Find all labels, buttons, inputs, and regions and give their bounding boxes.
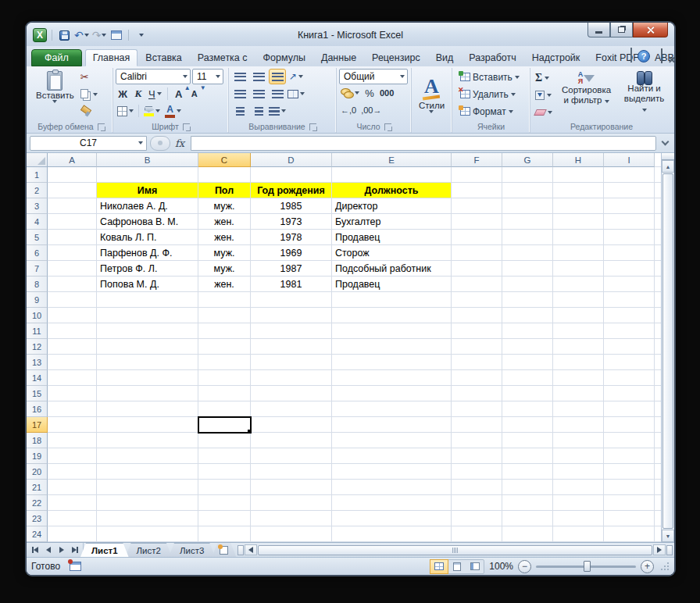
cell-C4[interactable]: жен.	[198, 214, 251, 230]
cell-G11[interactable]	[502, 323, 553, 339]
cell-E6[interactable]: Сторож	[332, 245, 452, 261]
cell-A13[interactable]	[48, 355, 97, 370]
column-header-A[interactable]: A	[48, 153, 97, 167]
tab-page-layout[interactable]: Разметка с	[190, 49, 255, 66]
cell-D20[interactable]	[251, 464, 332, 480]
cell-C6[interactable]: муж.	[198, 245, 251, 261]
row-header-18[interactable]: 18	[27, 433, 48, 448]
horizontal-scrollbar[interactable]	[236, 543, 674, 557]
cell-E8[interactable]: Продавец	[332, 277, 452, 292]
format-painter-button[interactable]	[78, 103, 100, 120]
cell-I21[interactable]	[604, 480, 655, 495]
cell-G1[interactable]	[502, 167, 553, 183]
minimize-button[interactable]	[588, 23, 610, 37]
row-header-15[interactable]: 15	[27, 386, 48, 401]
cell-C14[interactable]	[198, 370, 251, 386]
cell-D12[interactable]	[251, 339, 332, 355]
cell-C22[interactable]	[198, 495, 251, 511]
cell-F24[interactable]	[452, 526, 502, 542]
cell-I23[interactable]	[604, 511, 655, 526]
cell-D8[interactable]: 1981	[251, 277, 332, 292]
close-button[interactable]	[633, 23, 668, 37]
cell-F14[interactable]	[452, 370, 502, 386]
row-header-19[interactable]: 19	[27, 448, 48, 464]
row-header-10[interactable]: 10	[27, 308, 48, 323]
redo-button[interactable]: ↷	[92, 27, 107, 43]
row-header-5[interactable]: 5	[27, 230, 48, 245]
cell-H12[interactable]	[553, 339, 604, 355]
cell-B9[interactable]	[97, 292, 198, 308]
cell-D19[interactable]	[251, 448, 332, 464]
cell-A7[interactable]	[48, 261, 97, 277]
cell-B20[interactable]	[97, 464, 198, 480]
first-sheet-button[interactable]	[29, 544, 41, 555]
cell-I20[interactable]	[604, 464, 655, 480]
cell-I8[interactable]	[604, 277, 655, 292]
horizontal-scroll-thumb[interactable]	[258, 545, 652, 555]
cell-I22[interactable]	[604, 495, 655, 511]
cell-A20[interactable]	[48, 464, 97, 480]
cell-H9[interactable]	[553, 292, 604, 308]
format-cells-button[interactable]: Формат	[458, 103, 527, 120]
cell-C19[interactable]	[198, 448, 251, 464]
column-header-C[interactable]: C	[198, 153, 251, 167]
row-header-6[interactable]: 6	[27, 245, 48, 261]
cell-B2[interactable]: Имя	[97, 183, 198, 198]
cell-F21[interactable]	[452, 480, 502, 495]
cell-G6[interactable]	[502, 245, 553, 261]
orientation-button[interactable]: ↗	[288, 69, 305, 84]
shrink-font-button[interactable]: А▼	[188, 86, 202, 102]
cell-H21[interactable]	[553, 480, 604, 495]
sort-filter-button[interactable]: АЯ Сортировка и фильтр	[558, 69, 615, 120]
cell-H20[interactable]	[553, 464, 604, 480]
cell-G21[interactable]	[502, 480, 553, 495]
dialog-launcher-icon[interactable]	[98, 123, 105, 130]
cell-H1[interactable]	[553, 167, 604, 183]
cell-D14[interactable]	[251, 370, 332, 386]
cell-B6[interactable]: Парфенов Д. Ф.	[97, 245, 198, 261]
cell-E19[interactable]	[332, 448, 452, 464]
macro-record-icon[interactable]	[70, 562, 81, 571]
cell-E16[interactable]	[332, 401, 452, 417]
cell-D24[interactable]	[251, 526, 332, 542]
cell-B21[interactable]	[97, 480, 198, 495]
zoom-in-button[interactable]: +	[641, 560, 654, 573]
cell-D9[interactable]	[251, 292, 332, 308]
cell-D18[interactable]	[251, 433, 332, 448]
cell-G17[interactable]	[502, 417, 553, 433]
row-header-20[interactable]: 20	[27, 464, 48, 480]
find-select-button[interactable]: Найти и выделить	[618, 69, 670, 120]
font-size-select[interactable]: 11	[192, 69, 223, 84]
zoom-out-button[interactable]: −	[518, 560, 531, 573]
cell-C15[interactable]	[198, 386, 251, 401]
cell-I3[interactable]	[604, 198, 655, 214]
cell-I16[interactable]	[604, 401, 655, 417]
excel-logo-icon[interactable]: X	[33, 28, 47, 42]
cell-D5[interactable]: 1978	[251, 230, 332, 245]
horizontal-split-handle[interactable]	[238, 545, 244, 555]
cell-C9[interactable]	[198, 292, 251, 308]
decrease-indent-button[interactable]	[231, 103, 248, 119]
workbook-restore-button[interactable]	[661, 49, 662, 63]
row-header-22[interactable]: 22	[27, 495, 48, 511]
cell-H24[interactable]	[553, 526, 604, 542]
cell-B7[interactable]: Петров Ф. Л.	[97, 261, 198, 277]
cell-E18[interactable]	[332, 433, 452, 448]
cell-E23[interactable]	[332, 511, 452, 526]
cell-C20[interactable]	[198, 464, 251, 480]
tab-developer[interactable]: Разработч	[461, 49, 523, 66]
cell-styles-button[interactable]: A Стили	[415, 74, 448, 116]
cell-I1[interactable]	[604, 167, 655, 183]
cell-E17[interactable]	[332, 417, 452, 433]
cell-H2[interactable]	[553, 183, 604, 198]
cell-D15[interactable]	[251, 386, 332, 401]
cell-B8[interactable]: Попова М. Д.	[97, 277, 198, 292]
cell-E12[interactable]	[332, 339, 452, 355]
sheet-tab-3[interactable]: Лист3	[169, 543, 215, 557]
fill-button[interactable]	[533, 87, 555, 103]
page-break-view-button[interactable]	[466, 560, 484, 573]
cell-E11[interactable]	[332, 323, 452, 339]
column-header-E[interactable]: E	[332, 153, 452, 167]
cell-D4[interactable]: 1973	[251, 214, 332, 230]
delete-cells-button[interactable]: Удалить	[458, 86, 527, 102]
